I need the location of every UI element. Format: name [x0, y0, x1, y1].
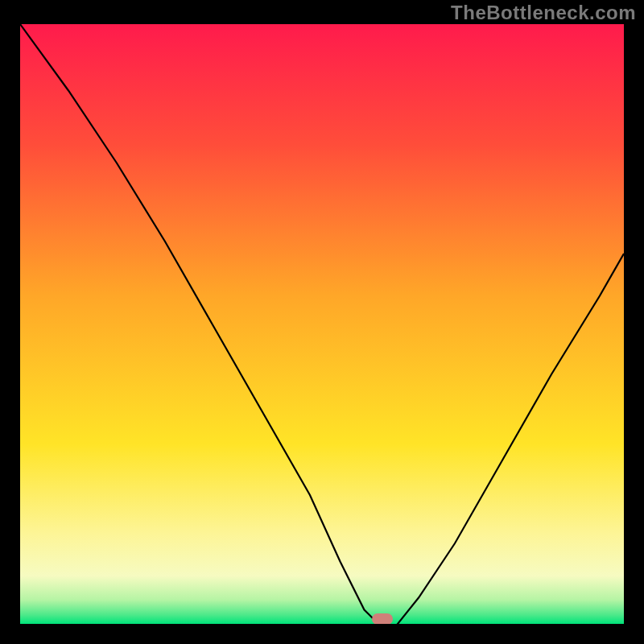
- plot-area: [20, 24, 624, 624]
- curve-svg: [20, 24, 624, 624]
- chart-container: TheBottleneck.com: [0, 0, 644, 644]
- bottleneck-curve-path: [20, 24, 624, 624]
- optimum-marker: [372, 613, 393, 624]
- watermark-text: TheBottleneck.com: [451, 2, 636, 24]
